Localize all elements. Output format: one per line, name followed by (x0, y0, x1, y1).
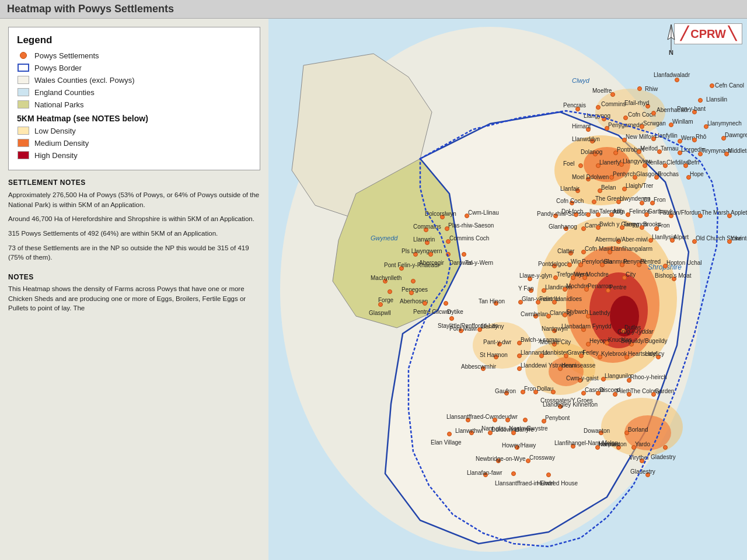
svg-text:Pentyrch: Pentyrch (613, 171, 636, 177)
svg-text:Lloyficy: Lloyficy (645, 351, 664, 357)
svg-text:Tarnau: Tarnau (661, 145, 679, 152)
svg-text:Moelfre City: Moelfre City (540, 339, 571, 345)
svg-text:Howey/Hawy: Howey/Hawy (502, 442, 536, 449)
svg-text:Staylittle/Penffordd-Las: Staylittle/Penffordd-Las (438, 323, 498, 329)
svg-text:Pentre: Pentre (609, 284, 627, 290)
cprw-logo: ╱ CPRW ╲ (674, 23, 742, 44)
svg-text:Dowanton: Dowanton (584, 428, 610, 434)
svg-point-352 (462, 253, 466, 257)
border-rect-icon (18, 64, 29, 72)
svg-text:Pentre Cilcwm: Pentre Cilcwm (413, 309, 451, 315)
svg-text:Faudan/Ffordun: Faudan/Ffordun (659, 209, 701, 216)
svg-text:Hopton Uchal: Hopton Uchal (666, 260, 702, 266)
svg-text:St Harmon: St Harmon (480, 352, 508, 358)
svg-text:Pontdolgoch: Pontdolgoch (538, 261, 571, 267)
svg-point-22 (710, 84, 714, 88)
legend-symbol-high (17, 150, 30, 160)
settlement-note-4: 73 of these Settlements are in the NP so… (8, 243, 260, 262)
svg-text:Llandegley Kinnerton: Llandegley Kinnerton (543, 401, 598, 408)
svg-point-18 (638, 87, 642, 91)
svg-text:The Marsh: The Marsh (701, 209, 729, 216)
svg-text:Elan Village: Elan Village (431, 439, 462, 446)
legend-label-high: High Density (34, 151, 78, 160)
svg-text:Llanyre: Llanyre (515, 426, 534, 433)
svg-point-356 (388, 290, 392, 294)
legend-symbol-border (17, 63, 30, 72)
dot-orange-icon (20, 52, 27, 59)
north-arrow: N (659, 23, 683, 55)
svg-text:Gaufron: Gaufron (495, 388, 516, 394)
heatmap-section-title: 5KM Heatmap (see NOTES below) (17, 114, 252, 123)
svg-text:Gladestry: Gladestry (651, 454, 676, 460)
svg-text:Garden: Garden (655, 388, 674, 394)
legend-item-border: Powys Border (17, 63, 252, 72)
legend-symbol-wales (17, 75, 30, 85)
rect-lightblue-icon (18, 88, 29, 96)
svg-text:Adfa: Adfa (613, 208, 625, 215)
svg-text:N: N (669, 49, 673, 55)
svg-point-312 (664, 446, 668, 450)
legend-symbol-medium (17, 138, 30, 148)
svg-text:Pen-y-bant: Pen-y-bant (677, 106, 706, 112)
svg-text:Beguildy/Bugeildy: Beguildy/Bugeildy (621, 338, 668, 344)
svg-text:Borland: Borland (628, 426, 648, 433)
svg-text:Winllam: Winllam (672, 118, 693, 125)
legend-label-border: Powys Border (34, 64, 82, 72)
legend-box: Legend Powys Settlements Powys Border Wa… (8, 27, 260, 170)
svg-point-20 (675, 78, 679, 82)
svg-text:Stybwch: Stybwch (566, 309, 588, 315)
svg-text:Moel Ddolwen: Moel Ddolwen (572, 174, 609, 180)
svg-text:Crug-y-ryddar: Crug-y-ryddar (617, 328, 654, 335)
settlement-note-2: Around 46,700 Ha of Herefordshire and Sh… (8, 214, 260, 224)
legend-label-national-parks: National Parks (34, 100, 84, 109)
svg-text:Commins: Commins (601, 101, 626, 107)
svg-text:Kylebrook: Kylebrook (601, 351, 627, 357)
svg-point-360 (379, 303, 383, 307)
svg-text:Pant-y-dwr: Pant-y-dwr (483, 339, 512, 345)
settlement-notes-title: SETTLEMENT NOTES (8, 178, 260, 187)
page-title-bar: Heatmap with Powys Settlements (0, 0, 747, 19)
legend-item-low: Low Density (17, 126, 252, 135)
legend-symbol-national-parks (17, 100, 30, 109)
svg-text:Hundred House: Hundred House (537, 480, 578, 487)
svg-text:Harpton: Harpton (599, 441, 620, 447)
svg-text:Gladestry: Gladestry (630, 468, 655, 475)
legend-label-settlements: Powys Settlements (34, 51, 99, 60)
svg-text:Llangunilo: Llangunilo (605, 373, 631, 379)
svg-point-286 (506, 418, 510, 422)
cprw-logo-slash2: ╲ (728, 26, 736, 41)
svg-text:Tan Hinon: Tan Hinon (479, 298, 505, 304)
svg-point-366 (450, 317, 454, 321)
svg-text:Clatter: Clatter (557, 248, 575, 254)
legend-symbol-england (17, 88, 30, 97)
svg-text:Henllan: Henllan (646, 159, 666, 166)
legend-title: Legend (17, 34, 252, 46)
rect-white-icon (18, 76, 29, 84)
legend-item-settlements: Powys Settlements (17, 51, 252, 60)
svg-text:Cil: Cil (643, 197, 650, 203)
svg-text:Abbescwmhir: Abbescwmhir (461, 363, 497, 370)
cprw-label: CPRW (690, 27, 726, 41)
svg-text:Cefn: Cefn (687, 159, 699, 166)
legend-item-national-parks: National Parks (17, 100, 252, 109)
svg-text:Laethdy: Laethdy (589, 310, 610, 316)
svg-text:Abercegir: Abercegir (419, 260, 444, 266)
svg-text:City: City (626, 271, 636, 278)
svg-point-268 (551, 390, 556, 394)
svg-text:Ferley: Ferley (582, 349, 599, 356)
legend-symbol-low (17, 126, 30, 135)
rect-medium-icon (18, 139, 29, 147)
svg-point-78 (579, 164, 583, 168)
svg-text:Plas-rhiw-Saeson: Plas-rhiw-Saeson (448, 222, 494, 229)
notes-title: NOTES (8, 273, 260, 281)
rect-yellow-icon (18, 100, 29, 108)
svg-text:Fron: Fron (658, 222, 670, 229)
svg-text:Llanwddyn: Llanwddyn (572, 136, 600, 142)
svg-text:Pls Llwyngwern: Pls Llwyngwern (402, 248, 442, 254)
legend-item-england: England Counties (17, 88, 252, 97)
svg-text:Dolanog: Dolanog (581, 149, 602, 155)
rect-high-icon (18, 151, 29, 159)
svg-text:Glaspwll: Glaspwll (369, 310, 391, 316)
svg-text:Llanfadwaladr: Llanfadwaladr (654, 72, 690, 78)
legend-symbol-settlements (17, 51, 30, 60)
